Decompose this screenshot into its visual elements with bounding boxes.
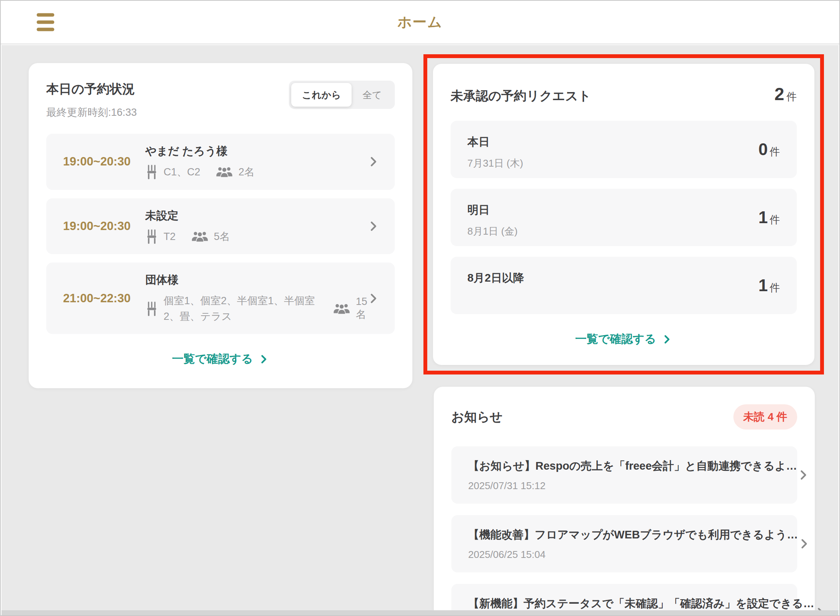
news-card-title: お知らせ [451, 409, 503, 426]
people-icon [191, 230, 209, 243]
reservation-row[interactable]: 21:00~22:30 団体様 個室1、個室2、半個室1、半個室2、畳、テラス … [46, 263, 395, 334]
today-card-header: 本日の予約状況 最終更新時刻:16:33 これから 全て [46, 81, 395, 119]
reservation-row[interactable]: 19:00~20:30 やまだ たろう様 C1、C2 2名 [46, 134, 395, 190]
chevron-right-icon [798, 538, 810, 550]
unread-badge: 未読 4 件 [733, 404, 797, 430]
chevron-right-icon [367, 156, 379, 168]
content-area: 本日の予約状況 最終更新時刻:16:33 これから 全て 19:00~20:30… [2, 45, 838, 614]
chevron-right-icon [367, 220, 379, 232]
pending-row-date: 7月31日 (木) [467, 157, 780, 170]
pending-request-row: 8月2日以降 1 件 [451, 257, 797, 314]
filter-upcoming-button[interactable]: これから [291, 83, 352, 107]
pending-row-count: 1 件 [759, 276, 780, 295]
today-view-all-link[interactable]: 一覧で確認する [170, 351, 271, 367]
last-updated-time: 最終更新時刻:16:33 [46, 105, 137, 119]
reservation-time: 19:00~20:30 [63, 219, 145, 233]
reservation-row[interactable]: 19:00~20:30 未設定 T2 5名 [46, 198, 395, 255]
chevron-right-icon [367, 292, 379, 305]
reservation-name: 団体様 [145, 272, 367, 288]
people-icon [216, 166, 233, 178]
today-reservations-card: 本日の予約状況 最終更新時刻:16:33 これから 全て 19:00~20:30… [29, 63, 412, 388]
reservation-time: 21:00~22:30 [63, 292, 145, 305]
hamburger-icon [37, 13, 54, 31]
view-all-label: 一覧で確認する [172, 351, 253, 367]
reservation-guests: 2名 [238, 165, 255, 179]
pending-card-header: 未承認の予約リクエスト 2 件 [451, 84, 797, 105]
reservation-name: 未設定 [145, 208, 367, 224]
app-window: ホーム 本日の予約状況 最終更新時刻:16:33 これから 全て 19:00~2… [0, 0, 840, 616]
pending-row-label: 8月2日以降 [467, 271, 780, 286]
news-card: お知らせ 未読 4 件 【お知らせ】Respoの売上を「freee会計」と自動連… [434, 387, 815, 614]
pending-total-count: 2 件 [774, 84, 797, 104]
pending-row-label: 明日 [467, 203, 780, 218]
pending-card-title: 未承認の予約リクエスト [451, 88, 591, 105]
page-title: ホーム [1, 13, 839, 32]
filter-all-button[interactable]: 全て [352, 83, 392, 107]
news-item-date: 2025/07/31 15:12 [468, 480, 797, 492]
pending-view-all-link[interactable]: 一覧で確認する [573, 331, 675, 347]
reservation-seats: 個室1、個室2、半個室1、半個室2、畳、テラス [164, 293, 318, 324]
today-card-title: 本日の予約状況 [46, 81, 137, 98]
view-all-label: 一覧で確認する [575, 331, 656, 347]
app-header: ホーム [1, 1, 839, 44]
chair-icon [145, 301, 158, 316]
pending-row-date: 8月1日 (金) [467, 225, 780, 238]
pending-row-count: 1 件 [759, 208, 780, 227]
news-item-title: 【新機能】予約ステータスで「未確認」「確認済み」を設定できる… [468, 596, 814, 611]
news-item[interactable]: 【お知らせ】Respoの売上を「freee会計」と自動連携できるよ… 2025/… [451, 446, 797, 504]
pending-request-row: 明日 8月1日 (金) 1 件 [451, 189, 797, 246]
news-card-header: お知らせ 未読 4 件 [451, 404, 797, 430]
chevron-right-icon [258, 354, 269, 365]
chevron-right-icon [662, 334, 672, 345]
news-item[interactable]: 【新機能】予約ステータスで「未確認」「確認済み」を設定できる… 2025/06/… [451, 584, 797, 614]
reservation-seats: C1、C2 [164, 164, 200, 180]
news-item-title: 【お知らせ】Respoの売上を「freee会計」と自動連携できるよ… [468, 459, 797, 474]
hamburger-menu-button[interactable] [34, 11, 57, 34]
chair-icon [145, 164, 158, 180]
chair-icon [145, 229, 158, 244]
pending-requests-card: 未承認の予約リクエスト 2 件 本日 7月31日 (木) 0 件 [433, 64, 814, 365]
pending-row-label: 本日 [467, 135, 780, 150]
reservation-filter-toggle: これから 全て [289, 81, 395, 109]
chevron-right-icon [797, 469, 809, 481]
highlight-red-frame: 未承認の予約リクエスト 2 件 本日 7月31日 (木) 0 件 [423, 54, 824, 374]
reservation-seats: T2 [164, 229, 176, 245]
reservation-guests: 15名 [356, 296, 367, 321]
window-bottom-edge [2, 610, 838, 615]
pending-row-count: 0 件 [759, 140, 780, 159]
news-item[interactable]: 【機能改善】フロアマップがWEBブラウザでも利用できるよう… 2025/06/2… [451, 515, 797, 572]
news-item-title: 【機能改善】フロアマップがWEBブラウザでも利用できるよう… [468, 527, 798, 543]
news-item-date: 2025/06/25 15:04 [468, 549, 798, 561]
reservation-guests: 5名 [214, 230, 230, 243]
reservation-name: やまだ たろう様 [145, 144, 367, 159]
people-icon [333, 303, 350, 315]
reservation-time: 19:00~20:30 [63, 155, 145, 169]
pending-request-row: 本日 7月31日 (木) 0 件 [451, 121, 797, 178]
